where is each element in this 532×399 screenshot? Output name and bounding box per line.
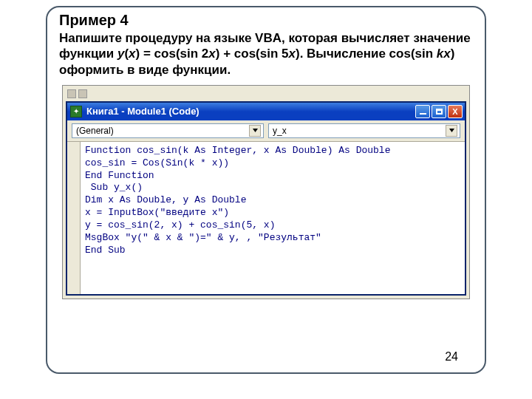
procedure-dropdown-value: y_x [273,126,287,136]
task-var-x: x [129,47,135,61]
code-editor[interactable]: Function cos_sin(k As Integer, x As Doub… [81,142,395,294]
window-title: Книга1 - Module1 (Code) [86,106,411,117]
task-var-x: x [289,47,296,61]
task-part: ) + cos(sin 5 [216,47,289,61]
module-icon: ✦ [70,106,82,117]
window-titlebar[interactable]: ✦ Книга1 - Module1 (Code) X [67,103,465,120]
object-dropdown-value: (General) [76,126,114,136]
toolbar-icon[interactable] [78,89,87,98]
svg-marker-1 [449,129,454,132]
chevron-down-icon [249,125,261,137]
task-part: ) = cos(sin 2 [136,47,209,61]
slide-frame: Пример 4 Напишите процедуру на языке VBA… [46,6,486,374]
window-buttons: X [415,105,463,118]
task-text: Напишите процедуру на языке VBA, которая… [59,30,473,78]
chevron-down-icon [446,125,457,137]
task-var-x: x [208,47,215,61]
minimize-button[interactable] [415,105,430,118]
ide-toolbar [66,89,466,99]
code-gutter [67,142,81,294]
code-area: Function cos_sin(k As Integer, x As Doub… [67,142,465,294]
task-var-kx: kx [437,47,451,61]
ide-container: ✦ Книга1 - Module1 (Code) X (General) y_… [62,85,470,299]
dropdown-row: (General) y_x [67,120,465,142]
procedure-dropdown[interactable]: y_x [268,123,460,138]
svg-marker-0 [253,129,258,132]
task-part: ). Вычисление cos(sin [296,47,437,61]
page-number: 24 [445,350,458,364]
code-window: ✦ Книга1 - Module1 (Code) X (General) y_… [66,101,466,296]
toolbar-icon[interactable] [67,89,76,98]
close-button[interactable]: X [448,105,463,118]
object-dropdown[interactable]: (General) [72,123,264,138]
maximize-button[interactable] [432,105,446,118]
example-heading: Пример 4 [59,12,473,29]
